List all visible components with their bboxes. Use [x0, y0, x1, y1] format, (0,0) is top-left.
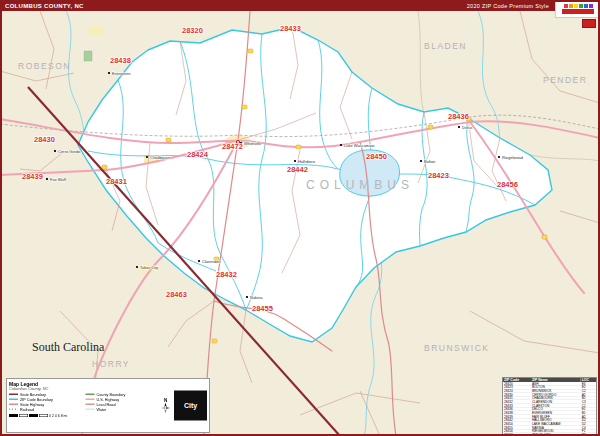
legend-item-label: State Highway: [20, 402, 44, 407]
county-label: BLADEN: [424, 41, 467, 51]
map-legend: Map Legend Columbus County, NC State Bou…: [6, 378, 210, 433]
town-label: Evergreen: [112, 71, 130, 76]
county-name-label: COLUMBUS: [306, 178, 414, 192]
legend-swatch: [86, 399, 95, 401]
town-marker: [340, 144, 342, 146]
legend-swatch: [86, 409, 95, 411]
zip-code-label: 28431: [106, 177, 127, 186]
zip-code-label: 28433: [280, 24, 301, 33]
legend-item-label: County Boundary: [97, 392, 126, 397]
town-label: Cerro Gordo: [58, 149, 81, 154]
town-label: Tabor City: [140, 265, 158, 270]
zip-code-label: 28450: [366, 152, 387, 161]
publisher-logo-text: City: [184, 402, 197, 410]
zip-code-label: 28439: [22, 172, 43, 181]
legend-swatch: [9, 409, 18, 411]
edition-label: 2020 ZIP Code Premium Style: [467, 3, 549, 9]
county-label: ROBESON: [18, 61, 71, 71]
legend-swatch: [9, 399, 18, 401]
north-arrow: N: [161, 381, 170, 430]
map-title: COLUMBUS COUNTY, NC: [5, 3, 84, 9]
legend-item: ZIP Code Boundary: [9, 397, 81, 402]
county-label: PENDER: [543, 75, 587, 85]
legend-items: State BoundaryCounty BoundaryZIP Code Bo…: [9, 392, 157, 412]
zip-code-label: 28432: [216, 270, 237, 279]
town-marker: [46, 178, 48, 180]
legend-item: Local Road: [86, 402, 158, 407]
town-marker: [54, 150, 56, 152]
town-marker: [198, 260, 200, 262]
zip-code-label: 28442: [287, 165, 308, 174]
town-label: Whiteville: [244, 141, 262, 146]
legend-item: State Highway: [9, 402, 81, 407]
publisher-logo: City: [174, 391, 207, 421]
zip-code-label: 28463: [166, 290, 187, 299]
map-canvas: WhitevilleChadbournCerro GordoFair Bluff…: [0, 11, 600, 436]
legend-item-label: U.S. Highway: [97, 397, 120, 402]
title-bar: COLUMBUS COUNTY, NC 2020 ZIP Code Premiu…: [0, 0, 600, 11]
zip-code-table: ZIP CodeZIP NameLOC 28420ASHE428423BOLTO…: [502, 377, 597, 436]
scale-label: 0 2 4 6 8 mi: [49, 414, 67, 418]
town-marker: [458, 126, 460, 128]
legend-item: County Boundary: [86, 392, 158, 397]
legend-item-label: State Boundary: [20, 392, 46, 397]
legend-item: Water: [86, 407, 158, 412]
brand-logo: [555, 0, 600, 18]
legend-item: State Boundary: [9, 392, 81, 397]
state-name-label: South Carolina: [32, 340, 105, 354]
legend-item: Railroad: [9, 407, 81, 412]
town-label: Delco: [462, 125, 473, 130]
brand-logo-colors: [564, 4, 593, 8]
town-marker: [420, 160, 422, 162]
wall-map: COLUMBUS COUNTY, NC 2020 ZIP Code Premiu…: [0, 0, 600, 436]
legend-subtitle: Columbus County, NC: [9, 387, 157, 392]
legend-item-label: ZIP Code Boundary: [20, 397, 53, 402]
zip-code-label: 28320: [182, 26, 203, 35]
town-marker: [136, 266, 138, 268]
legend-item-label: Railroad: [20, 407, 34, 412]
town-marker: [294, 160, 296, 162]
zip-code-label: 28430: [34, 135, 55, 144]
zip-code-label: 28424: [187, 150, 209, 159]
zip-code-label: 28423: [428, 171, 449, 180]
compass-icon: [161, 403, 170, 414]
legend-item-label: Water: [97, 407, 107, 412]
edition-badge: [582, 19, 596, 28]
zip-code-label: 28455: [252, 304, 273, 313]
legend-swatch: [9, 394, 18, 396]
legend-swatch: [86, 394, 95, 396]
town-label: Clarendon: [202, 259, 220, 264]
legend-item: U.S. Highway: [86, 397, 158, 402]
zip-code-label: 28456: [497, 180, 518, 189]
town-label: Lake Waccamaw: [344, 143, 374, 148]
zip-code-label: 28438: [110, 56, 131, 65]
town-label: Fair Bluff: [50, 177, 67, 182]
zip-code-label: 28472: [222, 142, 243, 151]
legend-swatch: [86, 404, 95, 406]
brand-logo-bar: [562, 9, 594, 14]
legend-swatch: [9, 404, 18, 406]
town-marker: [498, 156, 500, 158]
town-marker: [246, 296, 248, 298]
town-marker: [108, 72, 110, 74]
county-label: BRUNSWICK: [424, 343, 489, 353]
town-marker: [146, 156, 148, 158]
zip-code-label: 28436: [448, 112, 469, 121]
county-label: HORRY: [92, 359, 130, 369]
town-label: Bolton: [424, 159, 435, 164]
scale-bar: 0 2 4 6 8 mi: [9, 414, 157, 418]
town-label: Hallsboro: [298, 159, 316, 164]
town-label: Riegelwood: [502, 155, 523, 160]
legend-item-label: Local Road: [97, 402, 116, 407]
town-label: Chadbourn: [150, 155, 170, 160]
town-label: Nakina: [250, 295, 263, 300]
